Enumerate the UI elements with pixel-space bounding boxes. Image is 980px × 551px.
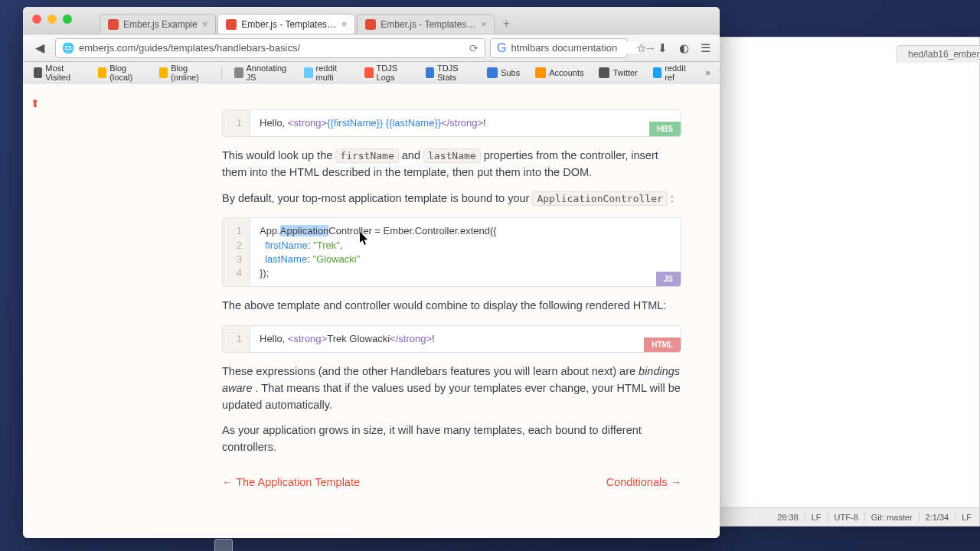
bookmark-item[interactable]: Subs — [481, 65, 526, 80]
bookmark-label: TDJS Stats — [437, 64, 472, 82]
bookmarks-overflow-icon[interactable]: » — [701, 67, 715, 78]
bookmark-item[interactable]: Most Visited — [28, 61, 89, 84]
tab-favicon-icon — [365, 19, 376, 30]
bookmark-icon — [34, 67, 42, 78]
menu-icon[interactable]: ☰ — [697, 40, 714, 57]
code-block-html: 1 Hello, <strong>Trek Glowacki</strong>!… — [222, 325, 681, 353]
code-block-hbs: 1 Hello, <strong>{{firstName}} {{lastNam… — [222, 109, 681, 137]
tab-favicon-icon — [226, 19, 237, 30]
lang-badge-hbs: HBS — [649, 122, 681, 136]
prev-link[interactable]: ← The Application Template — [222, 474, 360, 491]
refresh-icon[interactable]: ⟳ — [469, 42, 479, 54]
tab-close-icon[interactable]: × — [481, 18, 487, 30]
url-bar[interactable]: 🌐 ⟳ — [55, 38, 485, 58]
inline-code: ApplicationController — [532, 191, 667, 206]
bookmark-item[interactable]: Blog (online) — [153, 61, 216, 84]
bookmark-item[interactable]: Blog (local) — [92, 61, 150, 84]
bookmark-item[interactable]: Annotating JS — [228, 61, 295, 84]
tab-strip: Ember.js Example×Ember.js - Templates: H… — [100, 7, 516, 34]
paragraph: These expressions (and the other Handleb… — [222, 364, 681, 413]
minimize-window-icon[interactable] — [47, 15, 57, 24]
bookmark-item[interactable]: reddit multi — [298, 61, 355, 84]
url-input[interactable] — [79, 42, 465, 54]
zoom-window-icon[interactable] — [63, 15, 72, 24]
globe-icon: 🌐 — [62, 42, 74, 54]
code-content[interactable]: Hello, <strong>{{firstName}} {{lastName}… — [250, 110, 681, 136]
browser-window: Ember.js Example×Ember.js - Templates: H… — [23, 7, 720, 538]
traffic-lights[interactable] — [32, 15, 72, 24]
bookmark-label: Twitter — [612, 68, 637, 77]
bookmark-icon — [304, 67, 312, 78]
status-git: Git: master — [864, 513, 913, 522]
line-gutter: 1 — [223, 110, 250, 136]
bookmark-icon — [653, 67, 662, 78]
tab-close-icon[interactable]: × — [341, 18, 348, 30]
bookmark-icon — [159, 67, 168, 78]
tab-title: Ember.js - Templates: Hand… — [241, 19, 336, 30]
status-enc: UTF-8 — [828, 513, 858, 522]
bookmark-item[interactable]: Twitter — [593, 65, 643, 80]
bookmark-label: reddit ref — [665, 64, 691, 82]
bookmark-item[interactable]: Accounts — [529, 65, 590, 80]
code-block-js: 1234 App.ApplicationController = Ember.C… — [222, 217, 681, 287]
editor-tab[interactable]: hed/lab16_emberjs] — [897, 45, 980, 63]
bookmark-icon — [487, 67, 498, 78]
editor-statusbar: 28:38 LF UTF-8 Git: master 2:1/34 LF — [705, 507, 979, 526]
inline-code: lastName — [423, 148, 481, 163]
bookmark-icon — [98, 67, 106, 78]
tab-title: Ember.js - Templates: The … — [381, 19, 475, 30]
status-ratio: 2:1/34 — [919, 513, 949, 522]
close-window-icon[interactable] — [32, 15, 41, 24]
bookmark-icon — [599, 67, 609, 78]
text: This would look up the — [222, 149, 335, 161]
back-button[interactable]: ◀ — [29, 39, 51, 57]
browser-tab[interactable]: Ember.js - Templates: Hand…× — [217, 14, 355, 34]
paragraph: By default, your top-most application te… — [222, 191, 681, 207]
toolbar: ◀ 🌐 ⟳ G → ☆ ⬇ ◐ ☰ — [23, 34, 720, 62]
text: and — [402, 149, 423, 161]
search-input[interactable] — [511, 42, 639, 54]
text: : — [671, 192, 674, 204]
bookmark-icon — [535, 67, 546, 78]
titlebar: Ember.js Example×Ember.js - Templates: H… — [23, 7, 720, 34]
bookmark-star-icon[interactable]: ☆ — [632, 40, 649, 57]
tab-favicon-icon — [108, 19, 119, 30]
pager: ← The Application Template Conditionals … — [222, 474, 681, 491]
code-content[interactable]: Hello, <strong>Trek Glowacki</strong>! — [250, 326, 681, 352]
next-link[interactable]: Conditionals → — [606, 474, 681, 491]
page-content[interactable]: ⬆ 1 Hello, <strong>{{firstName}} {{lastN… — [23, 83, 720, 538]
browser-tab[interactable]: Ember.js - Templates: The …× — [357, 14, 495, 34]
text: By default, your top-most application te… — [222, 192, 532, 204]
bookmark-label: Subs — [501, 68, 520, 77]
tab-close-icon[interactable]: × — [202, 18, 208, 30]
paragraph: The above template and controller would … — [222, 298, 681, 315]
bookmark-item[interactable]: TDJS Stats — [420, 61, 478, 84]
new-tab-button[interactable]: + — [496, 14, 516, 34]
bookmark-label: TDJS Logs — [377, 64, 410, 82]
bookmark-label: reddit multi — [316, 64, 350, 82]
bookmark-icon — [364, 67, 373, 78]
sidebar-collapse-icon[interactable]: ⬆ — [31, 97, 40, 109]
bookmark-separator — [221, 66, 222, 80]
line-gutter: 1234 — [223, 218, 250, 286]
text: . That means that if the values used by … — [222, 382, 681, 411]
downloads-icon[interactable]: ⬇ — [654, 40, 671, 57]
bookmark-label: Blog (online) — [171, 64, 209, 82]
line-gutter: 1 — [223, 326, 250, 352]
bookmark-item[interactable]: reddit ref — [647, 61, 697, 84]
bookmark-icon — [426, 67, 434, 78]
inline-code: firstName — [335, 148, 398, 163]
bookmark-label: Most Visited — [45, 64, 82, 82]
tab-title: Ember.js Example — [123, 19, 198, 30]
browser-tab[interactable]: Ember.js Example× — [100, 14, 216, 34]
code-content[interactable]: App.ApplicationController = Ember.Contro… — [250, 218, 681, 286]
bookmark-item[interactable]: TDJS Logs — [358, 61, 416, 84]
paragraph: This would look up the firstName and las… — [222, 148, 681, 181]
pocket-icon[interactable]: ◐ — [675, 40, 692, 57]
status-pos: 28:38 — [771, 513, 799, 522]
search-bar[interactable]: G → — [490, 38, 628, 58]
search-engine-icon: G — [497, 41, 506, 55]
dock-fragment — [214, 539, 233, 551]
lang-badge-html: HTML — [644, 337, 681, 352]
bookmark-label: Blog (local) — [109, 64, 144, 82]
